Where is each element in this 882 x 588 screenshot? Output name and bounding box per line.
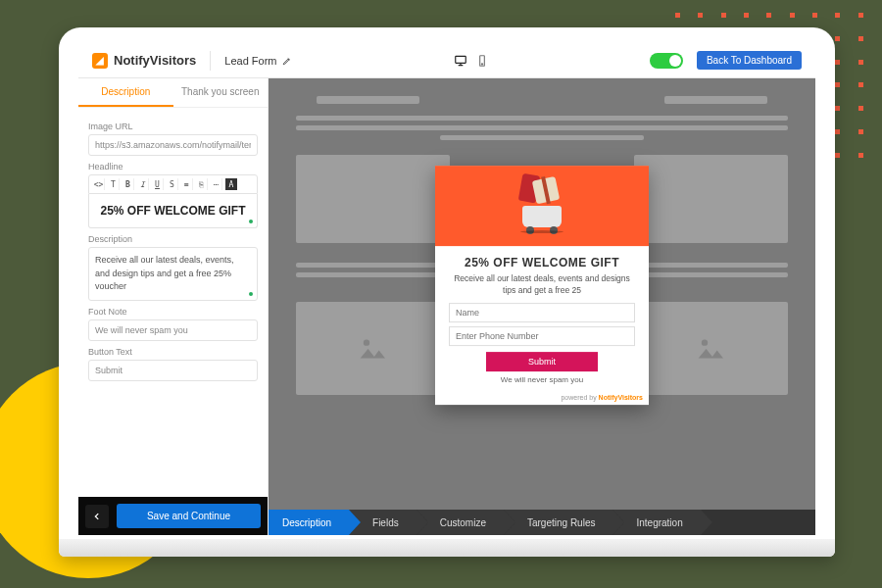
step-customize[interactable]: Customize [416, 510, 504, 535]
side-tabs: Description Thank you screen [78, 78, 268, 108]
save-and-continue-button[interactable]: Save and Continue [117, 504, 261, 528]
rte-italic-icon[interactable]: I [137, 178, 149, 190]
edit-icon [282, 56, 292, 66]
popup-footnote: We will never spam you [449, 375, 635, 384]
popup-submit-button[interactable]: Submit [486, 352, 598, 371]
svg-point-3 [364, 339, 369, 345]
description-editor-text: Receive all our latest deals, events, an… [95, 255, 234, 291]
unsaved-indicator-icon [249, 220, 253, 223]
image-url-label: Image URL [88, 122, 258, 131]
brand-logo[interactable]: ◢ NotifyVisitors [92, 53, 196, 69]
preview-canvas: 25% OFF WELCOME GIFT Receive all our lat… [269, 78, 815, 510]
app-screen: ◢ NotifyVisitors Lead Form Back To Dashb… [78, 43, 815, 535]
device-preview-toggle[interactable] [454, 54, 489, 68]
back-button[interactable] [85, 505, 109, 528]
rte-toolbar[interactable]: <> T B I U S ≡ ⎘ ⋯ A [88, 174, 258, 194]
popup-powered-by: powered by NotifyVisitors [435, 392, 649, 405]
step-targeting-rules[interactable]: Targeting Rules [504, 510, 612, 535]
brand-name: NotifyVisitors [114, 53, 196, 68]
back-to-dashboard-button[interactable]: Back To Dashboard [697, 51, 802, 70]
desktop-icon[interactable] [454, 54, 467, 68]
side-form: Image URL Headline <> T B I U S ≡ ⎘ [78, 108, 268, 497]
wizard-steps: Description Fields Customize Targeting R… [269, 510, 815, 535]
tab-thank-you[interactable]: Thank you screen [173, 78, 269, 107]
campaign-title[interactable]: Lead Form [224, 55, 292, 67]
editor-side-panel: Description Thank you screen Image URL H… [78, 78, 269, 535]
rte-underline-icon[interactable]: U [152, 178, 164, 190]
headline-label: Headline [88, 162, 258, 172]
step-integration[interactable]: Integration [612, 510, 700, 535]
footnote-label: Foot Note [88, 307, 258, 317]
popup-phone-input[interactable] [449, 326, 635, 346]
button-text-label: Button Text [88, 347, 258, 357]
campaign-title-text: Lead Form [224, 55, 276, 67]
rte-strike-icon[interactable]: S [167, 178, 178, 190]
chevron-left-icon [92, 512, 102, 521]
popup-name-input[interactable] [449, 303, 635, 322]
cart-illustration-icon [513, 176, 571, 235]
publish-toggle[interactable] [650, 53, 683, 69]
rte-text-icon[interactable]: T [108, 178, 120, 190]
button-text-input[interactable] [88, 360, 258, 381]
rte-more-icon[interactable]: ⋯ [211, 178, 222, 190]
step-description[interactable]: Description [269, 510, 349, 535]
svg-point-2 [481, 63, 482, 64]
rte-bold-icon[interactable]: B [122, 178, 134, 190]
rte-color-icon[interactable]: A [225, 178, 237, 190]
save-row: Save and Continue [78, 497, 268, 535]
popup-headline: 25% OFF WELCOME GIFT [449, 256, 635, 270]
description-editor[interactable]: Receive all our latest deals, events, an… [88, 247, 258, 301]
svg-point-5 [702, 339, 708, 345]
mobile-icon[interactable] [475, 54, 489, 68]
tab-description[interactable]: Description [78, 78, 173, 107]
headline-editor[interactable]: 25% OFF WELCOME GIFT [88, 194, 258, 228]
main-area: Description Thank you screen Image URL H… [78, 78, 815, 535]
rte-code-icon[interactable]: <> [93, 178, 105, 190]
top-bar: ◢ NotifyVisitors Lead Form Back To Dashb… [78, 43, 815, 78]
headline-editor-text: 25% OFF WELCOME GIFT [100, 204, 245, 218]
footnote-input[interactable] [88, 319, 258, 341]
popup-description: Receive all our latest deals, events and… [449, 273, 635, 297]
laptop-base [59, 539, 835, 557]
brand-mark-icon: ◢ [92, 53, 108, 69]
rte-link-icon[interactable]: ⎘ [196, 178, 208, 190]
popup-preview: 25% OFF WELCOME GIFT Receive all our lat… [435, 166, 649, 405]
popup-hero-image [435, 166, 649, 246]
divider [210, 51, 211, 71]
laptop-frame: ◢ NotifyVisitors Lead Form Back To Dashb… [59, 27, 835, 557]
canvas-column: 25% OFF WELCOME GIFT Receive all our lat… [269, 78, 815, 535]
svg-rect-0 [455, 56, 466, 63]
rte-list-icon[interactable]: ≡ [181, 178, 193, 190]
unsaved-indicator-icon [249, 292, 253, 296]
description-label: Description [88, 234, 258, 244]
image-url-input[interactable] [88, 134, 258, 156]
